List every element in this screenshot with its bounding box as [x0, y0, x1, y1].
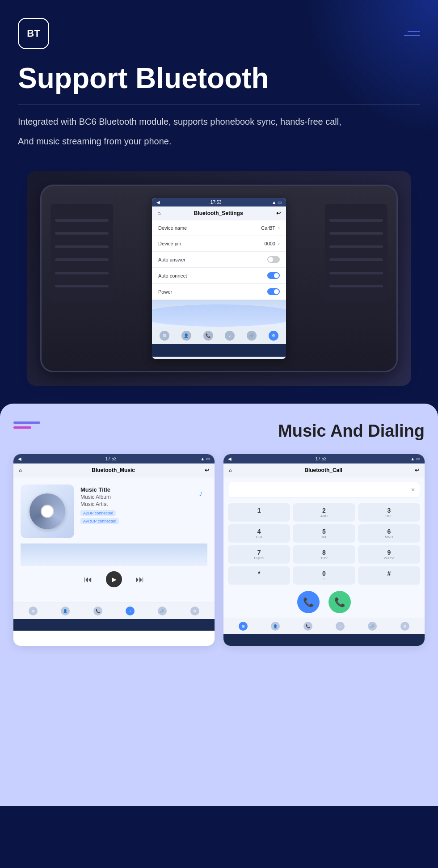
dial-sys-bar	[223, 634, 425, 646]
nav-link-icon[interactable]: 🔗	[368, 622, 377, 631]
avrcp-badge: AVRCP connected	[80, 518, 119, 524]
home-icon[interactable]: ⌂	[157, 210, 160, 216]
music-player-area: Music Title Music Album Music Artist A2D…	[21, 485, 207, 538]
key-3[interactable]: 3DEF	[358, 503, 420, 522]
chevron-icon: ›	[278, 225, 280, 231]
menu-button[interactable]	[404, 31, 420, 36]
dial-bottom-nav: ⊞ 👤 📞 ♪ 🔗 ⚙	[223, 618, 425, 634]
key-star[interactable]: *	[228, 566, 290, 585]
auto-answer-label: Auto answer	[158, 257, 185, 262]
key-4[interactable]: 4GHI	[228, 524, 290, 543]
back-arrow-icon[interactable]: ◀	[156, 200, 160, 205]
disc-art	[29, 493, 65, 529]
vent-slat	[329, 245, 383, 248]
nav-contacts-icon[interactable]: 👤	[271, 622, 280, 631]
music-controls: ⏮ ▶ ⏭	[21, 566, 207, 593]
signal-icons: ▲ ▭	[200, 456, 210, 461]
screens-row: ◀ 17:53 ▲ ▭ ⌂ Bluetooth_Music ↩ ♪	[13, 454, 425, 646]
key-2[interactable]: 2ABC	[293, 503, 355, 522]
back-arrow-icon[interactable]: ◀	[18, 456, 21, 461]
key-1[interactable]: 1	[228, 503, 290, 522]
screen-title-bar: ⌂ Bluetooth_Settings ↩	[152, 206, 286, 220]
nav-grid-icon[interactable]: ⊞	[29, 607, 38, 615]
clock: 17:53	[211, 200, 222, 205]
album-art	[21, 485, 74, 538]
vent-slat	[55, 245, 109, 248]
home-icon[interactable]: ⌂	[19, 467, 22, 473]
nav-link-icon[interactable]: 🔗	[247, 331, 257, 341]
vent-slat	[55, 285, 109, 287]
toggle-thumb	[274, 273, 279, 278]
dial-screen-title: Bluetooth_Call	[304, 467, 342, 473]
nav-music-icon[interactable]: ♪	[336, 622, 345, 631]
next-button[interactable]: ⏭	[135, 574, 144, 585]
dial-clock: 17:53	[316, 456, 327, 461]
nav-music-icon[interactable]: ♪	[225, 331, 235, 341]
menu-line-1	[408, 31, 420, 32]
car-dashboard: ◀ 17:53 ▲ ▭ ⌂ Bluetooth_Settings ↩ Devic…	[40, 185, 398, 372]
note-icon: ♪	[199, 489, 203, 498]
nav-phone-icon[interactable]: 📞	[303, 622, 312, 631]
auto-connect-toggle[interactable]	[267, 272, 280, 279]
status-bar: ◀ 17:53 ▲ ▭	[152, 198, 286, 206]
screen-bottom-nav: ⊞ 👤 📞 ♪ 🔗 ⚙	[152, 327, 286, 344]
screen-content: Device name CarBT › Device pin 0000 ›	[152, 220, 286, 300]
music-content: ♪ Music Title Music Album Music Artist A…	[13, 477, 215, 603]
key-5[interactable]: 5JKL	[293, 524, 355, 543]
nav-contacts-icon[interactable]: 👤	[181, 331, 191, 341]
end-call-button[interactable]: 📞	[328, 591, 351, 613]
key-9[interactable]: 9WXYZ	[358, 545, 420, 564]
nav-link-icon[interactable]: 🔗	[158, 607, 167, 615]
toggle-thumb	[268, 257, 273, 262]
music-clock: 17:53	[105, 456, 117, 461]
back-icon[interactable]: ↩	[276, 210, 281, 216]
vent-slat	[329, 219, 383, 222]
back-arrow-icon[interactable]: ◀	[228, 456, 232, 461]
nav-settings-icon[interactable]: ⚙	[269, 331, 278, 341]
wave-decoration	[152, 300, 286, 327]
key-hash[interactable]: #	[358, 566, 420, 585]
dial-screen-card: ◀ 17:53 ▲ ▭ ⌂ Bluetooth_Call ↩ ✕ 1 2ABC …	[223, 454, 425, 646]
power-label: Power	[158, 289, 172, 295]
car-section: ◀ 17:53 ▲ ▭ ⌂ Bluetooth_Settings ↩ Devic…	[0, 162, 438, 404]
prev-button[interactable]: ⏮	[84, 574, 93, 585]
auto-answer-toggle[interactable]	[267, 256, 280, 263]
key-8[interactable]: 8TUV	[293, 545, 355, 564]
car-vents-left	[51, 204, 113, 302]
call-button[interactable]: 📞	[297, 591, 320, 613]
nav-grid-icon[interactable]: ⊞	[239, 622, 248, 631]
music-wave	[21, 544, 207, 566]
nav-phone-icon[interactable]: 📞	[93, 607, 102, 615]
hero-desc-1: Integrated with BC6 Bluetooth module, su…	[18, 114, 420, 129]
key-7[interactable]: 7PQRS	[228, 545, 290, 564]
vent-slat	[55, 258, 109, 261]
play-button[interactable]: ▶	[106, 571, 122, 587]
vent-slat	[55, 272, 109, 274]
vent-slat	[55, 232, 109, 235]
decor-line-1	[13, 421, 40, 424]
nav-grid-icon[interactable]: ⊞	[160, 331, 169, 341]
music-artist: Music Artist	[80, 501, 121, 507]
bottom-header: Music And Dialing	[13, 421, 425, 441]
dial-content: ✕ 1 2ABC 3DEF 4GHI 5JKL 6MNO 7PQRS 8TUV …	[223, 477, 425, 618]
music-bottom-nav: ⊞ 👤 📞 ♪ 🔗 ⚙	[13, 603, 215, 619]
vent-slat	[329, 258, 383, 261]
nav-contacts-icon[interactable]: 👤	[61, 607, 70, 615]
back-icon[interactable]: ↩	[205, 467, 209, 473]
home-icon[interactable]: ⌂	[229, 467, 232, 473]
disc-center	[41, 505, 54, 518]
dial-keypad: 1 2ABC 3DEF 4GHI 5JKL 6MNO 7PQRS 8TUV 9W…	[228, 503, 420, 585]
nav-settings-icon[interactable]: ⚙	[400, 622, 409, 631]
power-toggle[interactable]	[267, 288, 280, 295]
decor-line-2	[13, 426, 31, 429]
key-0[interactable]: 0+	[293, 566, 355, 585]
device-pin-row: Device pin 0000 ›	[152, 236, 286, 252]
nav-music-icon[interactable]: ♪	[126, 607, 135, 615]
key-6[interactable]: 6MNO	[358, 524, 420, 543]
nav-settings-icon[interactable]: ⚙	[190, 607, 199, 615]
music-title: Music Title	[80, 486, 121, 493]
back-icon[interactable]: ↩	[415, 467, 419, 473]
dial-input[interactable]: ✕	[228, 482, 420, 498]
nav-phone-icon[interactable]: 📞	[203, 331, 213, 341]
clear-icon[interactable]: ✕	[411, 487, 415, 493]
